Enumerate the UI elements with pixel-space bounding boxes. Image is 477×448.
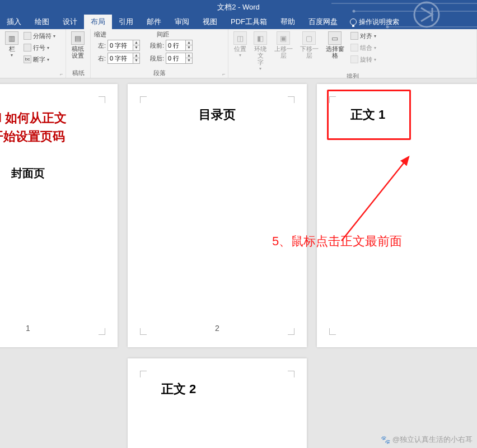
indent-left-input[interactable]: ▲▼ xyxy=(107,40,140,51)
spin-up[interactable]: ▲ xyxy=(133,40,139,45)
margin-corner xyxy=(329,328,336,335)
highlight-box xyxy=(327,90,411,140)
rotate-icon xyxy=(350,55,358,63)
tell-me-label: 操作说明搜索 xyxy=(359,17,399,27)
page-2[interactable]: 目录页 2 xyxy=(128,84,307,347)
indent-left-label: 左: xyxy=(95,41,106,50)
group-label-paragraph: 段落 xyxy=(93,69,226,77)
paragraph-dialog-launcher[interactable]: ⌐ xyxy=(221,71,227,77)
wrap-text-button[interactable]: ◧ 环绕文 字 ▾ xyxy=(251,30,270,72)
margin-corner xyxy=(99,328,105,335)
svg-point-1 xyxy=(353,10,356,13)
tab-references[interactable]: 引用 xyxy=(112,15,140,29)
align-button[interactable]: 对齐 ▾ xyxy=(349,30,377,41)
chevron-down-icon: ▾ xyxy=(374,34,376,39)
group-paragraph: 缩进 间距 左: ▲▼ 段前: ▲▼ xyxy=(91,29,228,78)
ribbon: ▥ 栏 ▾ 分隔符 ▾ 行号 ▾ bc 断字 ▾ xyxy=(0,29,477,78)
spin-up[interactable]: ▲ xyxy=(186,40,192,45)
group-arrange: ◫ 位置 ▾ ◧ 环绕文 字 ▾ ▣ 上移一层 ▢ 下移一层 ▭ 选择窗格 xyxy=(228,29,477,78)
lightbulb-icon xyxy=(350,18,357,25)
wrap-text-icon: ◧ xyxy=(254,31,267,45)
margin-corner xyxy=(140,328,147,335)
group-objects-button[interactable]: 组合 ▾ xyxy=(349,42,377,53)
tab-view[interactable]: 视图 xyxy=(196,15,224,29)
space-after-label: 段后: xyxy=(145,54,164,63)
space-before-label: 段前: xyxy=(145,41,164,50)
indent-heading: 缩进 xyxy=(94,30,106,39)
chevron-down-icon: ▾ xyxy=(259,66,261,71)
indent-right-input[interactable]: ▲▼ xyxy=(107,53,140,64)
spacing-heading: 间距 xyxy=(157,30,169,39)
bring-forward-icon: ▣ xyxy=(277,31,290,45)
margin-corner xyxy=(140,96,147,103)
indent-left-field[interactable] xyxy=(108,40,133,50)
spin-down[interactable]: ▼ xyxy=(186,45,192,50)
page-4[interactable]: 正文 2 xyxy=(128,358,307,448)
page1-red-title: rd 如何从正文开始设置页码 xyxy=(0,84,118,146)
indent-right-field[interactable] xyxy=(108,53,133,63)
spin-down[interactable]: ▼ xyxy=(133,45,139,50)
page-1[interactable]: rd 如何从正文开始设置页码 封面页 1 xyxy=(0,84,118,347)
hyphenation-icon: bc xyxy=(24,55,31,63)
bring-forward-button[interactable]: ▣ 上移一层 xyxy=(271,30,296,60)
align-icon xyxy=(350,32,358,40)
page1-subtitle: 封面页 xyxy=(0,146,118,181)
tab-review[interactable]: 审阅 xyxy=(168,15,196,29)
page-number-2: 2 xyxy=(215,324,219,333)
chevron-down-icon: ▾ xyxy=(11,53,13,58)
group-label-manuscript: 稿纸 xyxy=(68,69,88,77)
chevron-down-icon: ▾ xyxy=(239,53,241,58)
margin-corner xyxy=(288,96,294,103)
tab-insert[interactable]: 插入 xyxy=(0,15,28,29)
selection-pane-icon: ▭ xyxy=(328,31,342,45)
selection-pane-button[interactable]: ▭ 选择窗格 xyxy=(322,30,347,60)
page-number-1: 1 xyxy=(26,324,30,333)
line-numbers-button[interactable]: 行号 ▾ xyxy=(22,42,57,53)
annotation-text: 5、鼠标点击正文最前面 xyxy=(272,233,402,250)
tab-baidu-netdisk[interactable]: 百度网盘 xyxy=(302,15,344,29)
tab-draw[interactable]: 绘图 xyxy=(28,15,56,29)
tell-me-search[interactable]: 操作说明搜索 xyxy=(344,15,405,29)
chevron-down-icon: ▾ xyxy=(47,57,49,62)
line-numbers-icon xyxy=(24,44,31,52)
breaks-icon xyxy=(24,32,31,40)
space-before-field[interactable] xyxy=(166,40,185,50)
ribbon-tabs: 插入 绘图 设计 布局 引用 邮件 审阅 视图 PDF工具箱 帮助 百度网盘 操… xyxy=(0,15,477,29)
tab-design[interactable]: 设计 xyxy=(56,15,84,29)
tab-pdf-tools[interactable]: PDF工具箱 xyxy=(224,15,274,29)
margin-corner xyxy=(288,371,294,377)
tab-layout[interactable]: 布局 xyxy=(84,15,112,29)
manuscript-icon: ▤ xyxy=(71,31,85,45)
page-setup-dialog-launcher[interactable]: ⌐ xyxy=(59,71,64,77)
space-after-field[interactable] xyxy=(166,53,185,63)
rotate-button[interactable]: 旋转 ▾ xyxy=(349,54,377,65)
position-icon: ◫ xyxy=(233,31,247,45)
chevron-down-icon: ▾ xyxy=(47,45,49,50)
columns-icon: ▥ xyxy=(5,31,18,45)
spin-down[interactable]: ▼ xyxy=(186,58,192,63)
space-after-input[interactable]: ▲▼ xyxy=(166,53,193,64)
chevron-down-icon: ▾ xyxy=(374,57,376,62)
manuscript-settings-button[interactable]: ▤ 稿纸 设置 xyxy=(68,30,87,60)
document-area[interactable]: rd 如何从正文开始设置页码 封面页 1 目录页 2 正文 1 3 正文 2 5… xyxy=(0,78,477,448)
spin-up[interactable]: ▲ xyxy=(133,53,139,58)
columns-button[interactable]: ▥ 栏 ▾ xyxy=(2,30,21,59)
group-icon xyxy=(350,44,358,52)
hyphenation-button[interactable]: bc 断字 ▾ xyxy=(22,54,57,65)
tab-mailings[interactable]: 邮件 xyxy=(140,15,168,29)
watermark-text: @独立认真生活的小右耳 xyxy=(392,435,473,445)
group-manuscript: ▤ 稿纸 设置 稿纸 xyxy=(66,29,91,78)
space-before-input[interactable]: ▲▼ xyxy=(166,40,193,51)
page2-title: 目录页 xyxy=(128,84,307,123)
position-button[interactable]: ◫ 位置 ▾ xyxy=(231,30,250,59)
send-backward-icon: ▢ xyxy=(302,31,316,45)
spin-up[interactable]: ▲ xyxy=(186,53,192,58)
paw-icon: 🐾 xyxy=(381,435,390,444)
title-bar: 文档2 - Word xyxy=(0,0,477,15)
send-backward-button[interactable]: ▢ 下移一层 xyxy=(297,30,321,60)
window-title: 文档2 - Word xyxy=(217,3,260,11)
breaks-button[interactable]: 分隔符 ▾ xyxy=(22,30,57,41)
spin-down[interactable]: ▼ xyxy=(133,58,139,63)
tab-help[interactable]: 帮助 xyxy=(274,15,302,29)
group-page-setup: ▥ 栏 ▾ 分隔符 ▾ 行号 ▾ bc 断字 ▾ xyxy=(0,29,66,78)
